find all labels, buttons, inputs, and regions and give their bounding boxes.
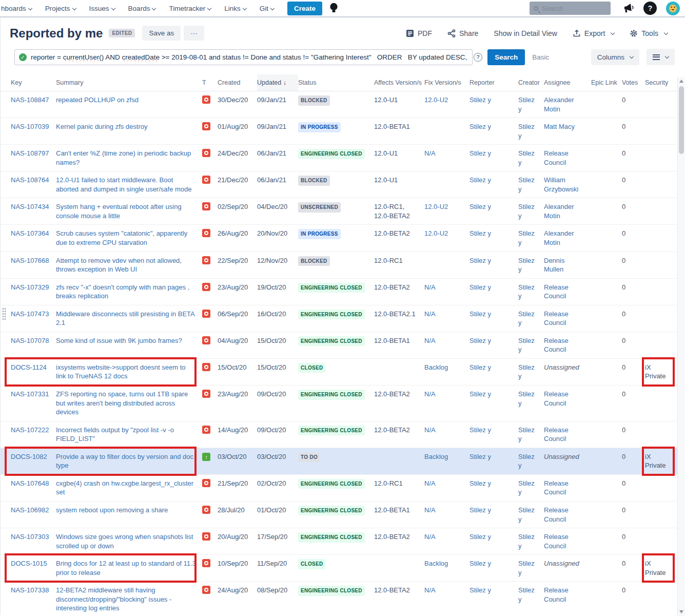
issue-key-link[interactable]: NAS-107222 [11, 421, 56, 448]
assignee-link[interactable]: Alexander Motin [544, 225, 591, 251]
assignee-link[interactable]: Alexander Motin [544, 91, 591, 118]
pdf-button[interactable]: PDF [406, 29, 432, 37]
column-header-created[interactable]: Created [218, 74, 257, 91]
issue-summary-link[interactable]: Scrub causes system "catatonic", apparen… [56, 225, 202, 251]
column-header-key[interactable]: Key [11, 74, 56, 91]
assignee-link[interactable]: Release Council [544, 502, 591, 528]
nav-item-projects[interactable]: Projects [45, 5, 76, 12]
creator-link[interactable]: Stilez y [518, 555, 544, 581]
reporter-link[interactable]: Stilez y [469, 502, 518, 528]
issue-summary-link[interactable]: Incorrect fields output by "zpool list -… [56, 421, 202, 448]
drag-handle-dots[interactable] [2, 307, 6, 320]
nav-item-dashboards[interactable]: hboards [1, 5, 32, 12]
issue-key-link[interactable]: NAS-107338 [11, 582, 56, 616]
issue-summary-link[interactable]: System hang + eventual reboot after usin… [56, 198, 202, 224]
issue-key-link[interactable]: NAS-107648 [11, 475, 56, 501]
issue-summary-link[interactable]: Attempt to remove vdev when not allowed,… [56, 252, 202, 278]
issue-key-link[interactable]: NAS-107668 [11, 252, 56, 278]
creator-link[interactable]: Stilez y [518, 279, 544, 305]
issue-key-link[interactable]: NAS-108797 [11, 145, 56, 171]
nav-item-boards[interactable]: Boards [128, 5, 156, 12]
column-header-security[interactable]: Security [645, 74, 676, 91]
reporter-link[interactable]: Stilez y [469, 118, 518, 144]
assignee-link[interactable]: Release Council [544, 582, 591, 616]
creator-link[interactable]: Stilez y [518, 359, 544, 385]
issue-key-link[interactable]: NAS-107329 [11, 279, 56, 305]
issue-summary-link[interactable]: Can't enter %Z (time zone) in periodic b… [56, 145, 202, 171]
reporter-link[interactable]: Stilez y [469, 475, 518, 501]
reporter-link[interactable]: Stilez y [469, 171, 518, 198]
fix-version-link[interactable]: 12.0-U2 [424, 198, 469, 224]
fix-version-link[interactable]: N/A [424, 332, 469, 358]
creator-link[interactable]: Stilez y [518, 582, 544, 616]
issue-summary-link[interactable]: zfs recv "-x" doesn't comply with man pa… [56, 279, 202, 305]
assignee-link[interactable]: Alexander Motin [544, 198, 591, 224]
creator-link[interactable]: Stilez y [518, 448, 544, 474]
fix-version-link[interactable]: N/A [424, 305, 469, 332]
basic-mode-link[interactable]: Basic [532, 53, 549, 61]
reporter-link[interactable]: Stilez y [469, 305, 518, 332]
issue-summary-link[interactable]: Middleware disconnects still presisting … [56, 305, 202, 332]
fix-version-link[interactable]: Backlog [424, 359, 469, 385]
creator-link[interactable]: Stilez y [518, 502, 544, 528]
issue-key-link[interactable]: DOCS-1015 [11, 555, 56, 581]
column-header-reporter[interactable]: Reporter [469, 74, 518, 91]
scrollbar-thumb[interactable] [679, 86, 684, 154]
more-options-button[interactable]: ··· [184, 26, 204, 41]
views-button[interactable] [647, 49, 675, 65]
reporter-link[interactable]: Stilez y [469, 252, 518, 278]
column-header-creator[interactable]: Creator [518, 74, 544, 91]
fix-version-link[interactable]: N/A [424, 528, 469, 554]
creator-link[interactable]: Stilez y [518, 225, 544, 251]
reporter-link[interactable]: Stilez y [469, 448, 518, 474]
reporter-link[interactable]: Stilez y [469, 145, 518, 171]
reporter-link[interactable]: Stilez y [469, 198, 518, 224]
assignee-link[interactable]: Dennis Mullen [544, 252, 591, 278]
creator-link[interactable]: Stilez y [518, 421, 544, 448]
issue-summary-link[interactable]: Provide a way to filter docs by version … [56, 448, 202, 474]
issue-key-link[interactable]: NAS-107364 [11, 225, 56, 251]
issue-summary-link[interactable]: Some kind of issue with 9K jumbo frames? [56, 332, 202, 358]
issue-key-link[interactable]: NAS-106982 [11, 502, 56, 528]
assignee-link[interactable]: Release Council [544, 386, 591, 421]
creator-link[interactable]: Stilez y [518, 332, 544, 358]
reporter-link[interactable]: Stilez y [469, 279, 518, 305]
user-avatar[interactable] [666, 2, 680, 15]
jql-query-text[interactable]: reporter = currentUser() AND createdDate… [31, 53, 467, 61]
issue-key-link[interactable]: NAS-107039 [11, 118, 56, 144]
issue-summary-link[interactable]: Kernel panic during zfs destroy [56, 118, 202, 144]
fix-version-link[interactable]: N/A [424, 421, 469, 448]
nav-item-links[interactable]: Links [224, 5, 246, 12]
fix-version-link[interactable]: N/A [424, 475, 469, 501]
column-header-summary[interactable]: Summary [56, 74, 202, 91]
issue-key-link[interactable]: NAS-107331 [11, 386, 56, 421]
column-header-votes[interactable]: Votes [622, 74, 645, 91]
assignee-link[interactable]: William Grzybowski [544, 171, 591, 198]
columns-button[interactable]: Columns [591, 49, 639, 65]
reporter-link[interactable]: Stilez y [469, 91, 518, 118]
column-header-assignee[interactable]: Assignee [544, 74, 591, 91]
reporter-link[interactable]: Stilez y [469, 582, 518, 616]
creator-link[interactable]: Stilez y [518, 475, 544, 501]
share-button[interactable]: Share [447, 29, 478, 37]
reporter-link[interactable]: Stilez y [469, 359, 518, 385]
fix-version-link[interactable]: N/A [424, 582, 469, 616]
issue-summary-link[interactable]: Bring docs for 12 at least up to standar… [56, 555, 202, 581]
fix-version-link[interactable]: Backlog [424, 555, 469, 581]
show-in-detail-view-link[interactable]: Show in Detail View [494, 29, 557, 37]
reporter-link[interactable]: Stilez y [469, 332, 518, 358]
assignee-link[interactable]: Release Council [544, 528, 591, 554]
issue-summary-link[interactable]: ixsystems website->support doesnt seem t… [56, 359, 202, 385]
issue-summary-link[interactable]: repeated POLLHUP on zfsd [56, 91, 202, 118]
assignee-link[interactable]: Release Council [544, 332, 591, 358]
creator-link[interactable]: Stilez y [518, 198, 544, 224]
issue-key-link[interactable]: NAS-107434 [11, 198, 56, 224]
issue-key-link[interactable]: DOCS-1082 [11, 448, 56, 474]
tools-button[interactable]: Tools [630, 29, 668, 37]
reporter-link[interactable]: Stilez y [469, 225, 518, 251]
save-as-button[interactable]: Save as [142, 26, 181, 41]
column-header-status[interactable]: Status [298, 74, 374, 91]
announcements-icon[interactable] [623, 3, 634, 13]
scroll-down-arrow-icon[interactable] [679, 610, 683, 613]
assignee-link[interactable]: Release Council [544, 305, 591, 332]
